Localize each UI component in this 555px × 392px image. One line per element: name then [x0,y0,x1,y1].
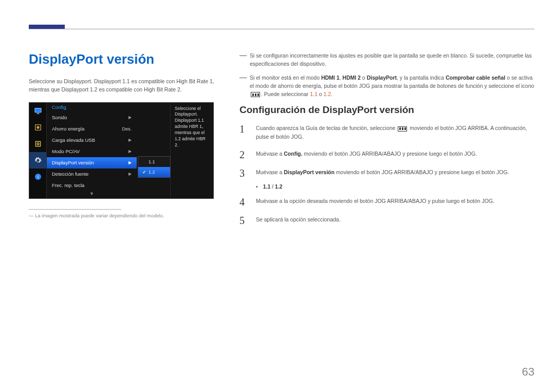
target-icon[interactable] [29,136,46,152]
osd-item-label: Detección fuente [52,171,88,177]
osd-item-ahorro[interactable]: Ahorro energía Des. [47,123,137,135]
osd-item-displayport[interactable]: DisplayPort versión ▶ [47,157,137,169]
step-number: 5 [239,215,249,226]
step-text: Cuando aparezca la Guía de teclas de fun… [256,124,534,141]
chevron-right-icon: ▶ [128,172,132,176]
check-icon: ✔ [142,170,146,175]
note-2: ― Si el monitor está en el modo HDMI 1, … [239,73,534,99]
header-rule [29,29,534,29]
footnote-rule [29,209,121,210]
svg-point-2 [37,126,39,128]
svg-rect-0 [35,108,41,112]
step-number: 2 [239,150,249,160]
step-2: 2 Muévase a Config. moviendo el botón JO… [239,150,534,160]
osd-item-frecrep[interactable]: Frec. rep. tecla [47,180,137,191]
osd-item-label: Carga elevada USB [52,137,95,143]
osd-item-sonido[interactable]: Sonido ▶ [47,112,137,123]
note-1: ― Si se configuran incorrectamente los a… [239,51,534,68]
osd-item-deteccion[interactable]: Detección fuente ▶ [47,169,137,180]
page-title: DisplayPort versión [29,51,219,67]
page-number: 63 [522,365,534,379]
osd-item-label: DisplayPort versión [52,160,94,165]
bullet-options: • 1.1 / 1.2 [256,183,534,190]
chevron-right-icon: ▶ [128,115,132,120]
bullet-icon: • [256,183,258,190]
osd-info-panel: Seleccione el Displayport. Displayport 1… [170,103,213,198]
note-text: Si se configuran incorrectamente los aju… [250,51,534,68]
dash-icon: ― [239,73,247,99]
info-icon[interactable]: i [29,169,46,185]
intro-text: Seleccione su Displayport. Displayport 1… [29,78,219,94]
page-content: DisplayPort versión Seleccione su Displa… [29,51,534,226]
osd-item-carga[interactable]: Carga elevada USB ▶ [47,135,137,146]
gear-icon[interactable] [29,152,46,169]
footnote-content: La imagen mostrada puede variar dependie… [35,213,164,218]
svg-rect-3 [35,141,40,146]
step-3: 3 Muévase a DisplayPort versión moviendo… [239,168,534,178]
step-1: 1 Cuando aparezca la Guía de teclas de f… [239,124,534,141]
chevron-right-icon: ▶ [128,149,132,154]
osd-menu-list: Config. Sonido ▶ Ahorro energía Des. Car… [47,103,137,198]
osd-item-label: Frec. rep. tecla [52,182,84,188]
osd-sub-11[interactable]: 1.1 [138,157,170,167]
monitor-icon[interactable] [29,103,46,119]
dash-icon: ― [239,51,247,68]
note-text: Si el monitor está en el modo HDMI 1, HD… [250,73,534,99]
osd-item-label: Sonido [52,115,67,120]
menu-icon [251,92,260,97]
chevron-right-icon: ▶ [128,160,132,165]
step-number: 1 [239,124,249,134]
osd-sub-label: 1.2 [149,170,155,175]
chevron-down-icon[interactable]: ▼ [47,191,137,198]
left-column: DisplayPort versión Seleccione su Displa… [29,51,219,226]
osd-panel: i Config. Sonido ▶ Ahorro energía Des. C… [29,102,214,199]
osd-item-label: Ahorro energía [52,126,84,132]
osd-sub-label: 1.1 [149,159,155,164]
osd-sub-12[interactable]: ✔ 1.2 [138,167,170,177]
osd-header: Config. [47,103,137,112]
step-list: 1 Cuando aparezca la Guía de teclas de f… [239,124,534,226]
section-heading: Configuración de DisplayPort versión [239,104,534,116]
osd-tab-icons: i [29,103,47,198]
step-number: 3 [239,168,249,178]
picture-icon[interactable] [29,119,46,136]
step-text: Muévase a Config. moviendo el botón JOG … [256,150,534,158]
chevron-right-icon: ▶ [128,138,132,142]
osd-item-label: Modo PC/AV [52,148,80,154]
svg-point-4 [37,143,39,145]
osd-item-pcav[interactable]: Modo PC/AV ▶ [47,146,137,157]
step-text: Muévase a DisplayPort versión moviendo e… [256,168,534,177]
menu-icon [398,126,407,132]
step-5: 5 Se aplicará la opción seleccionada. [239,215,534,226]
step-text: Se aplicará la opción seleccionada. [256,215,534,224]
step-text: Muévase a la opción deseada moviendo el … [256,197,534,206]
right-column: ― Si se configuran incorrectamente los a… [239,51,534,226]
osd-submenu: 1.1 ✔ 1.2 [138,156,171,178]
osd-item-value: Des. [122,126,132,132]
footnote-text: ― La imagen mostrada puede variar depend… [29,213,219,218]
step-4: 4 Muévase a la opción deseada moviendo e… [239,197,534,207]
step-number: 4 [239,197,249,207]
header-accent-bar [29,25,65,29]
